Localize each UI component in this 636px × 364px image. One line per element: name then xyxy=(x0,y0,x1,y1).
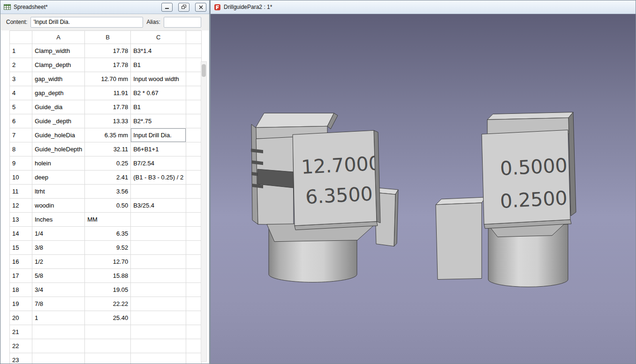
sheet-cell[interactable] xyxy=(186,100,202,114)
sheet-cell[interactable]: B7/2.54 xyxy=(131,156,186,171)
row-number[interactable]: 17 xyxy=(10,269,32,283)
sheet-cell[interactable] xyxy=(131,227,186,241)
sheet-cell[interactable]: Clamp_width xyxy=(32,44,85,58)
row-number[interactable]: 11 xyxy=(10,185,32,199)
sheet-cell[interactable] xyxy=(186,241,202,255)
corner-header[interactable] xyxy=(10,31,32,44)
sheet-cell[interactable] xyxy=(186,58,202,72)
sheet-cell[interactable]: 17.78 xyxy=(85,58,131,72)
sheet-cell[interactable]: B2 * 0.67 xyxy=(131,86,186,100)
sheet-cell[interactable] xyxy=(186,156,202,171)
sheet-cell[interactable] xyxy=(131,325,186,339)
sheet-cell[interactable]: Input Drill Dia. xyxy=(131,128,186,142)
sheet-cell[interactable] xyxy=(186,114,202,128)
sheet-cell[interactable]: 1 xyxy=(32,311,85,325)
sheet-cell[interactable]: 17.78 xyxy=(85,44,131,58)
row-number[interactable]: 10 xyxy=(10,171,32,185)
row-number[interactable]: 2 xyxy=(10,58,32,72)
sheet-cell[interactable] xyxy=(186,311,202,325)
sheet-cell[interactable] xyxy=(186,297,202,311)
sheet-cell[interactable] xyxy=(131,241,186,255)
sheet-cell[interactable] xyxy=(131,311,186,325)
row-number[interactable]: 23 xyxy=(10,353,32,364)
sheet-cell[interactable] xyxy=(186,325,202,339)
row-number[interactable]: 18 xyxy=(10,283,32,297)
sheet-cell[interactable] xyxy=(186,185,202,199)
sheet-cell[interactable]: 17.78 xyxy=(85,100,131,114)
row-number[interactable]: 5 xyxy=(10,100,32,114)
sheet-cell[interactable] xyxy=(186,269,202,283)
sheet-cell[interactable] xyxy=(186,227,202,241)
row-number[interactable]: 9 xyxy=(10,156,32,171)
drill-guide-model-right[interactable]: 0.5000 0.2500 xyxy=(436,112,576,287)
sheet-cell[interactable]: B3/25.4 xyxy=(131,199,186,213)
3d-viewport[interactable]: 12.7000 6.3500 xyxy=(211,14,636,364)
sheet-cell[interactable] xyxy=(32,339,85,353)
sheet-cell[interactable]: (B1 - B3 - 0.25) / 2 xyxy=(131,171,186,185)
column-header-b[interactable]: B xyxy=(85,31,131,44)
row-number[interactable]: 22 xyxy=(10,339,32,353)
sheet-cell[interactable]: Guide_holeDepth xyxy=(32,142,85,156)
sheet-cell[interactable]: Input wood width xyxy=(131,72,186,86)
sheet-cell[interactable]: 0.50 xyxy=(85,199,131,213)
sheet-cell[interactable]: 13.33 xyxy=(85,114,131,128)
sheet-cell[interactable] xyxy=(186,44,202,58)
row-number[interactable]: 6 xyxy=(10,114,32,128)
sheet-cell[interactable]: 3.56 xyxy=(85,185,131,199)
sheet-cell[interactable]: Clamp_depth xyxy=(32,58,85,72)
sheet-cell[interactable]: 15.88 xyxy=(85,269,131,283)
sheet-cell[interactable]: Inches xyxy=(32,213,85,227)
sheet-cell[interactable]: 2.41 xyxy=(85,171,131,185)
sheet-cell[interactable]: Guide _depth xyxy=(32,114,85,128)
sheet-cell[interactable] xyxy=(186,213,202,227)
row-number[interactable]: 12 xyxy=(10,199,32,213)
sheet-cell[interactable] xyxy=(186,199,202,213)
sheet-cell[interactable]: 0.25 xyxy=(85,156,131,171)
row-number[interactable]: 19 xyxy=(10,297,32,311)
sheet-cell[interactable]: 7/8 xyxy=(32,297,85,311)
sheet-cell[interactable]: 11.91 xyxy=(85,86,131,100)
sheet-cell[interactable] xyxy=(32,325,85,339)
row-number[interactable]: 13 xyxy=(10,213,32,227)
sheet-cell[interactable] xyxy=(85,325,131,339)
close-button[interactable] xyxy=(195,3,206,12)
sheet-cell[interactable]: 22.22 xyxy=(85,297,131,311)
drill-guide-model-left[interactable]: 12.7000 6.3500 xyxy=(251,113,398,282)
row-number[interactable]: 8 xyxy=(10,142,32,156)
column-header-a[interactable]: A xyxy=(32,31,85,44)
column-header-c[interactable]: C xyxy=(131,31,186,44)
sheet-cell[interactable] xyxy=(186,72,202,86)
sheet-cell[interactable]: 19.05 xyxy=(85,283,131,297)
sheet-cell[interactable] xyxy=(186,339,202,353)
sheet-cell[interactable]: 12.70 xyxy=(85,255,131,269)
sheet-cell[interactable] xyxy=(186,128,202,142)
row-number[interactable]: 16 xyxy=(10,255,32,269)
sheet-cell[interactable]: 5/8 xyxy=(32,269,85,283)
sheet-cell[interactable]: Guide_dia xyxy=(32,100,85,114)
row-number[interactable]: 3 xyxy=(10,72,32,86)
sheet-cell[interactable]: 32.11 xyxy=(85,142,131,156)
sheet-cell[interactable] xyxy=(131,339,186,353)
viewport-titlebar[interactable]: DrillguidePara2 : 1* xyxy=(211,0,636,14)
sheet-cell[interactable]: holein xyxy=(32,156,85,171)
row-number[interactable]: 1 xyxy=(10,44,32,58)
sheet-cell[interactable]: B1 xyxy=(131,58,186,72)
sheet-cell[interactable]: MM xyxy=(85,213,131,227)
sheet-cell[interactable]: ltrht xyxy=(32,185,85,199)
sheet-cell[interactable]: 9.52 xyxy=(85,241,131,255)
sheet-cell[interactable] xyxy=(186,86,202,100)
sheet-cell[interactable]: deep xyxy=(32,171,85,185)
sheet-cell[interactable] xyxy=(32,353,85,364)
alias-input[interactable] xyxy=(164,17,201,28)
row-number[interactable]: 20 xyxy=(10,311,32,325)
sheet-cell[interactable]: B1 xyxy=(131,100,186,114)
sheet-cell[interactable] xyxy=(131,283,186,297)
row-number[interactable]: 7 xyxy=(10,128,32,142)
sheet-cell[interactable]: 1/2 xyxy=(32,255,85,269)
sheet-cell[interactable]: 12.70 mm xyxy=(85,72,131,86)
sheet-cell[interactable]: woodin xyxy=(32,199,85,213)
sheet-cell[interactable] xyxy=(85,339,131,353)
vertical-scrollbar[interactable] xyxy=(201,61,207,362)
sheet-cell[interactable]: 1/4 xyxy=(32,227,85,241)
sheet-cell[interactable] xyxy=(131,213,186,227)
